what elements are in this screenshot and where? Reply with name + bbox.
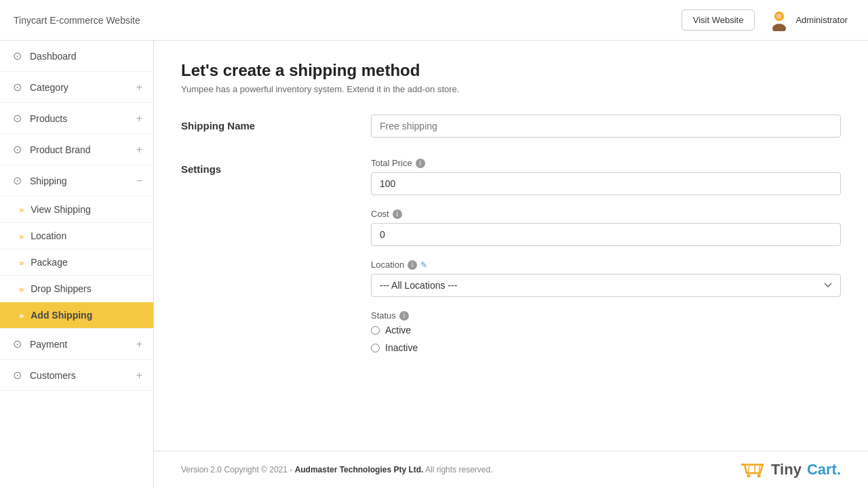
total-price-input[interactable] [371, 172, 841, 195]
shipping-name-section: Shipping Name [181, 115, 841, 138]
tinycart-logo: TinyCart. [741, 460, 841, 480]
cost-input[interactable] [371, 223, 841, 246]
sidebar-item-products[interactable]: ⊙ Products + [0, 103, 153, 134]
customers-icon: ⊙ [11, 369, 23, 382]
chevron-package-icon: » [19, 258, 24, 268]
sidebar-label-shipping: Shipping [30, 176, 67, 186]
sidebar-label-product-brand: Product Brand [30, 144, 91, 155]
chevron-drop-shippers-icon: » [19, 284, 24, 294]
sidebar-item-customers[interactable]: ⊙ Customers + [0, 360, 153, 391]
visit-website-button[interactable]: Visit Website [682, 9, 755, 30]
total-price-label: Total Price i [371, 158, 841, 168]
total-price-group: Total Price i [371, 158, 841, 195]
sidebar: ⊙ Dashboard ⊙ Category + ⊙ Products + ⊙ … [0, 41, 154, 488]
location-select[interactable]: --- All Locations --- [371, 274, 841, 297]
footer-text: Version 2.0 Copyright © 2021 - Audmaster… [181, 465, 492, 474]
layout: ⊙ Dashboard ⊙ Category + ⊙ Products + ⊙ … [0, 41, 868, 488]
product-brand-expand-icon: + [136, 144, 142, 156]
status-inactive-label[interactable]: Inactive [371, 342, 841, 353]
location-edit-icon[interactable]: ✎ [420, 260, 427, 270]
status-radio-group: Active Inactive [371, 325, 841, 353]
topbar-right: Visit Website Administrator [682, 6, 854, 35]
status-group: Status i Active Inactive [371, 310, 841, 353]
location-label: Location i ✎ [371, 260, 841, 270]
admin-name: Administrator [795, 15, 848, 25]
footer: Version 2.0 Copyright © 2021 - Audmaster… [154, 451, 868, 488]
admin-avatar-icon [768, 9, 790, 31]
category-icon: ⊙ [11, 81, 23, 94]
settings-label: Settings [181, 163, 221, 175]
status-active-radio[interactable] [371, 326, 380, 335]
product-brand-icon: ⊙ [11, 143, 23, 156]
products-expand-icon: + [136, 113, 142, 125]
total-price-info-icon[interactable]: i [416, 159, 425, 168]
location-info-icon[interactable]: i [408, 260, 417, 270]
page-subtitle: Yumpee has a powerful inventory system. … [181, 84, 841, 94]
status-inactive-text: Inactive [385, 342, 418, 353]
svg-point-7 [747, 474, 751, 478]
status-label: Status i [371, 310, 841, 321]
logo-tiny-text: Tiny [771, 461, 802, 479]
sidebar-label-payment: Payment [30, 339, 67, 350]
chevron-location-icon: » [19, 231, 24, 241]
sidebar-label-dashboard: Dashboard [30, 51, 77, 62]
footer-company-link[interactable]: Audmaster Technologies Pty Ltd. [295, 465, 424, 474]
payment-icon: ⊙ [11, 338, 23, 350]
svg-point-8 [757, 474, 761, 478]
category-expand-icon: + [136, 81, 142, 94]
shipping-collapse-icon: − [136, 175, 142, 187]
sidebar-subitem-location[interactable]: » Location [0, 223, 153, 249]
chevron-add-shipping-icon: » [19, 310, 24, 321]
status-active-text: Active [385, 325, 411, 336]
logo-cart-text: Cart. [807, 461, 841, 479]
topbar-title: Tinycart E-commerce Website [14, 15, 140, 26]
sidebar-subitem-package[interactable]: » Package [0, 249, 153, 276]
shipping-name-label: Shipping Name [181, 120, 255, 131]
sidebar-item-category[interactable]: ⊙ Category + [0, 72, 153, 103]
cost-group: Cost i [371, 209, 841, 246]
admin-block[interactable]: Administrator [762, 6, 854, 35]
sidebar-item-dashboard[interactable]: ⊙ Dashboard [0, 41, 153, 72]
cost-label: Cost i [371, 209, 841, 219]
shipping-icon: ⊙ [11, 174, 23, 187]
main-content: Let's create a shipping method Yumpee ha… [154, 41, 868, 488]
cost-info-icon[interactable]: i [393, 209, 402, 219]
payment-expand-icon: + [136, 338, 142, 350]
sidebar-label-view-shipping: View Shipping [31, 204, 90, 215]
customers-expand-icon: + [136, 369, 142, 382]
sidebar-item-shipping[interactable]: ⊙ Shipping − [0, 165, 153, 197]
sidebar-subitem-add-shipping[interactable]: » Add Shipping [0, 302, 153, 329]
status-active-label[interactable]: Active [371, 325, 841, 336]
chevron-view-shipping-icon: » [19, 205, 24, 215]
sidebar-label-products: Products [30, 113, 67, 124]
sidebar-label-drop-shippers: Drop Shippers [31, 283, 92, 294]
location-group: Location i ✎ --- All Locations --- [371, 260, 841, 297]
dashboard-icon: ⊙ [11, 49, 23, 62]
svg-line-4 [748, 465, 749, 474]
sidebar-label-category: Category [30, 82, 68, 93]
settings-section: Settings Total Price i Cost i [181, 158, 841, 367]
sidebar-label-package: Package [31, 257, 67, 268]
status-info-icon[interactable]: i [399, 311, 409, 321]
sidebar-subitem-drop-shippers[interactable]: » Drop Shippers [0, 276, 153, 302]
sidebar-item-product-brand[interactable]: ⊙ Product Brand + [0, 134, 153, 165]
products-icon: ⊙ [11, 112, 23, 125]
page-title: Let's create a shipping method [181, 61, 841, 80]
sidebar-subitem-view-shipping[interactable]: » View Shipping [0, 197, 153, 223]
svg-point-1 [772, 24, 786, 31]
svg-point-2 [776, 14, 782, 19]
tinycart-cart-icon [741, 460, 766, 480]
sidebar-label-location: Location [31, 230, 66, 241]
sidebar-item-payment[interactable]: ⊙ Payment + [0, 329, 153, 360]
topbar: Tinycart E-commerce Website Visit Websit… [0, 0, 868, 41]
sidebar-label-customers: Customers [30, 370, 76, 381]
sidebar-label-add-shipping: Add Shipping [31, 310, 92, 321]
status-inactive-radio[interactable] [371, 344, 380, 352]
shipping-name-input[interactable] [371, 115, 841, 138]
